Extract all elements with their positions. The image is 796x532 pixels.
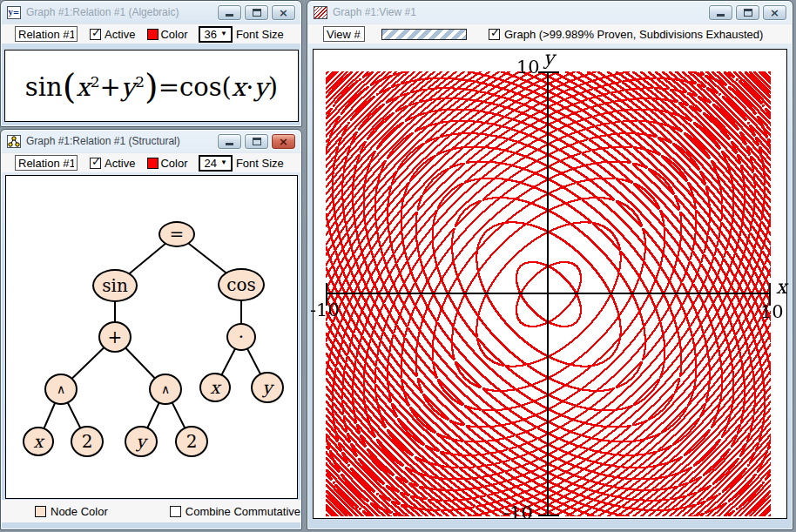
color-label: Color xyxy=(160,28,187,41)
structural-bottom-bar: Node Color Combine Commutative xyxy=(2,500,300,522)
maximize-icon xyxy=(744,9,752,17)
relation-name-field[interactable] xyxy=(15,155,78,171)
titlebar-view[interactable]: Graph #1:View #1 × xyxy=(307,1,793,24)
minimize-icon xyxy=(226,143,233,145)
close-button[interactable]: × xyxy=(763,5,786,20)
formula-exp: 2 xyxy=(135,73,145,91)
maximize-icon xyxy=(253,9,261,17)
color-swatch[interactable] xyxy=(147,158,159,169)
x-axis-label: x xyxy=(776,278,786,297)
toolbar-structural: ✓ Active Color 24 ▼ Font Size xyxy=(1,152,301,172)
active-label: Active xyxy=(105,28,135,41)
font-size-dropdown[interactable]: 24 ▼ xyxy=(199,155,232,172)
minimize-button[interactable] xyxy=(218,5,241,20)
window-title: Graph #1:View #1 xyxy=(333,6,704,18)
relation-name-field[interactable] xyxy=(15,26,78,42)
y-max-tick xyxy=(538,71,559,73)
tree-node: ∧ xyxy=(149,374,182,405)
titlebar-algebraic[interactable]: y= Graph #1:Relation #1 (Algebraic) × xyxy=(1,1,301,24)
relation-formula: sin(x2+y2)=cos(x·y) xyxy=(25,66,278,106)
tree-node: 2 xyxy=(71,426,104,457)
formula-x: x xyxy=(76,72,90,102)
toolbar-algebraic: ✓ Active Color 36 ▼ Font Size xyxy=(1,24,301,44)
maximize-button[interactable] xyxy=(245,134,268,149)
node-color-label: Node Color xyxy=(51,505,108,518)
formula-lparen2: ( xyxy=(222,72,232,102)
window-view: Graph #1:View #1 × ✓ Graph (>99.989% Pro… xyxy=(307,0,793,530)
window-title: Graph #1:Relation #1 (Structural) xyxy=(26,135,212,147)
active-checkbox[interactable]: ✓ xyxy=(90,158,101,169)
tree-node: y xyxy=(251,372,284,403)
combine-commutative-checkbox[interactable] xyxy=(170,506,181,517)
y-axis-label: y xyxy=(543,49,554,68)
plot-region: y x 10 -10 -10 10 xyxy=(326,71,771,516)
algebraic-icon-glyph: y= xyxy=(9,9,20,17)
active-label: Active xyxy=(105,157,135,170)
tree-node: y xyxy=(125,426,158,457)
y-min-tick xyxy=(538,515,559,516)
x-axis xyxy=(326,293,771,294)
y-max-label: 10 xyxy=(516,58,540,77)
tree-node: x xyxy=(199,373,231,402)
minimize-icon xyxy=(717,14,725,17)
x-max-label: 10 xyxy=(760,303,784,321)
font-size-value: 24 xyxy=(204,157,216,170)
graph-checkbox[interactable]: ✓ xyxy=(489,29,500,40)
tree-node: cos xyxy=(218,268,265,301)
checkmark-icon: ✓ xyxy=(91,26,101,39)
tree-node: 2 xyxy=(175,426,208,457)
maximize-icon xyxy=(253,138,261,145)
maximize-button[interactable] xyxy=(736,5,759,20)
desktop: y= Graph #1:Relation #1 (Algebraic) × ✓ … xyxy=(0,0,796,532)
color-swatch[interactable] xyxy=(147,29,159,40)
chevron-down-icon: ▼ xyxy=(220,30,227,37)
y-min-label: -10 xyxy=(503,504,533,522)
maximize-button[interactable] xyxy=(245,5,268,20)
tree-canvas: =sincos+·∧∧xyx2y2 xyxy=(5,175,298,499)
window-buttons: × xyxy=(709,5,786,20)
tree-icon xyxy=(8,136,20,147)
active-checkbox[interactable]: ✓ xyxy=(90,29,101,40)
checkmark-icon: ✓ xyxy=(91,155,101,168)
tree-node: x xyxy=(23,427,54,456)
font-size-dropdown[interactable]: 36 ▼ xyxy=(199,26,232,43)
node-color-swatch[interactable] xyxy=(35,506,46,517)
formula-cos: cos xyxy=(179,72,222,102)
font-size-label: Font Size xyxy=(236,28,284,41)
minimize-icon xyxy=(226,14,233,17)
tree-node: sin xyxy=(92,269,138,302)
close-icon: × xyxy=(770,7,779,18)
algebraic-window-icon: y= xyxy=(7,6,21,19)
tree-node: + xyxy=(98,321,132,353)
tree-node: · xyxy=(226,323,256,351)
progress-bar xyxy=(381,29,467,40)
minimize-button[interactable] xyxy=(709,5,732,20)
view-window-icon xyxy=(314,6,327,19)
formula-y: y xyxy=(121,72,135,102)
formula-area: sin(x2+y2)=cos(x·y) xyxy=(4,50,299,122)
graph-status-label: Graph (>99.989% Proven, Subdivisions Exh… xyxy=(504,28,763,41)
formula-y2: y xyxy=(253,72,267,102)
color-label: Color xyxy=(160,157,187,170)
close-button[interactable]: × xyxy=(272,134,295,149)
titlebar-structural[interactable]: Graph #1:Relation #1 (Structural) × xyxy=(1,130,301,152)
window-structural: Graph #1:Relation #1 (Structural) × ✓ Ac… xyxy=(0,129,302,530)
close-button[interactable]: × xyxy=(272,5,295,20)
window-algebraic: y= Graph #1:Relation #1 (Algebraic) × ✓ … xyxy=(0,0,302,127)
plot-client-area: y x 10 -10 -10 10 xyxy=(313,49,787,519)
structural-window-icon xyxy=(7,135,21,148)
minimize-button[interactable] xyxy=(218,134,241,149)
formula-equals: = xyxy=(159,72,179,102)
formula-x2: x xyxy=(232,72,246,102)
formula-exp: 2 xyxy=(91,73,100,91)
tree-node: ∧ xyxy=(44,374,78,405)
formula-lparen: ( xyxy=(63,66,77,106)
formula-sin: sin xyxy=(25,72,63,102)
formula-rparen: ) xyxy=(145,66,159,106)
x-min-label: -10 xyxy=(310,301,340,320)
view-name-field[interactable] xyxy=(323,26,365,42)
checkmark-icon: ✓ xyxy=(490,26,500,39)
close-icon: × xyxy=(279,7,288,18)
window-title: Graph #1:Relation #1 (Algebraic) xyxy=(26,6,212,18)
combine-commutative-label: Combine Commutative xyxy=(186,505,300,518)
